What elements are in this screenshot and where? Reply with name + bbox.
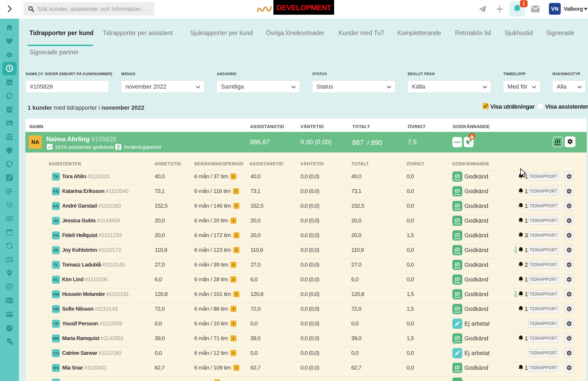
svg-text:iD: iD (455, 306, 460, 311)
svg-text:iD: iD (455, 276, 460, 282)
svg-text:iD: iD (455, 247, 460, 253)
svg-text:iD: iD (555, 138, 560, 144)
svg-text:iD: iD (455, 188, 460, 194)
svg-text:iD: iD (455, 217, 460, 223)
svg-text:BankID: BankID (555, 144, 561, 146)
svg-text:BankID: BankID (454, 252, 461, 254)
svg-text:BankID: BankID (454, 193, 461, 195)
svg-text:BankID: BankID (454, 267, 461, 269)
svg-text:BankID: BankID (454, 282, 461, 284)
svg-text:BankID: BankID (454, 296, 461, 298)
svg-text:BankID: BankID (454, 208, 461, 210)
svg-text:iD: iD (455, 232, 460, 238)
svg-text:iD: iD (455, 364, 460, 370)
svg-text:iD: iD (455, 173, 460, 179)
svg-text:iD: iD (455, 291, 460, 297)
svg-text:iD: iD (455, 261, 460, 267)
svg-text:BankID: BankID (454, 370, 461, 372)
svg-text:iD: iD (455, 335, 460, 341)
svg-text:BankID: BankID (454, 341, 461, 342)
svg-text:iD: iD (455, 203, 460, 208)
svg-text:BankID: BankID (454, 311, 461, 313)
svg-text:BankID: BankID (454, 223, 461, 225)
svg-text:BankID: BankID (454, 179, 461, 181)
svg-text:BankID: BankID (454, 238, 461, 239)
